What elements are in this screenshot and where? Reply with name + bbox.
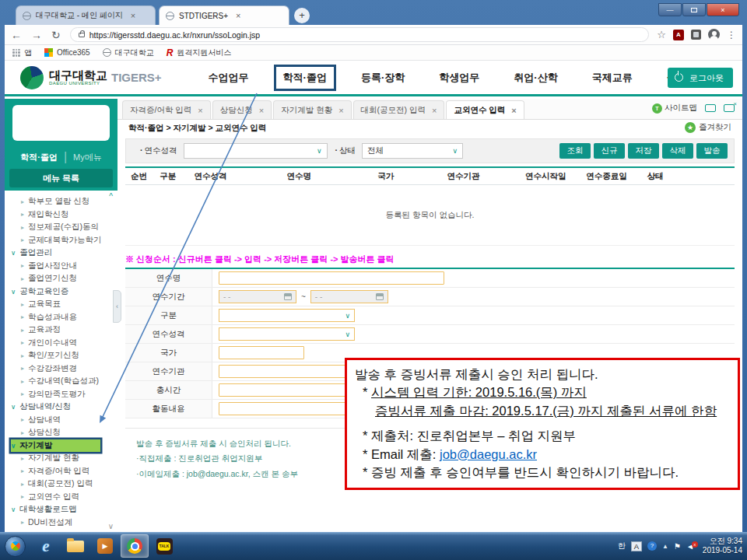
sidebar-item[interactable]: 수강강좌변경 [11, 362, 114, 376]
workspace-tab[interactable]: 교외연수 입력 × [446, 100, 524, 119]
taskbar-ie-button[interactable]: e [32, 534, 60, 558]
sidebar-item[interactable]: 자기계발 [11, 439, 100, 453]
address-bar[interactable]: https://tigersstd.daegu.ac.kr/nxrun/ssoL… [70, 27, 650, 42]
sidebar-item[interactable]: 재입학신청 [11, 208, 114, 222]
start-date-input[interactable]: - - [219, 290, 296, 303]
filter-status-select[interactable]: 전체∨ [362, 143, 463, 159]
refresh-button[interactable]: ↻ [51, 29, 61, 41]
sitemap-link[interactable]: T사이트맵 [652, 103, 697, 114]
training-name-input[interactable] [219, 271, 444, 285]
sidebar-item[interactable]: 졸업관리 [11, 247, 114, 260]
nav-item[interactable]: 학적·졸업 [274, 65, 336, 91]
back-button[interactable]: ← [11, 29, 22, 41]
tab-close-icon[interactable]: × [511, 106, 516, 115]
country-input[interactable] [219, 346, 304, 359]
bookmark-office365[interactable]: Office365 [44, 48, 90, 57]
bookmark-remote-support[interactable]: R 원격지원서비스 [167, 47, 232, 58]
show-hidden-icons[interactable]: ▲ [662, 543, 668, 550]
ime-korean-indicator[interactable]: 한 [618, 541, 626, 551]
extension-icon[interactable] [691, 30, 701, 40]
workspace-tab[interactable]: 자기계발 현황 × [273, 100, 351, 119]
profile-avatar-icon[interactable] [708, 29, 720, 40]
university-logo[interactable]: 대구대학교 DAEGU UNIVERSITY TIGERS+ [20, 66, 162, 89]
action-center-flag-icon[interactable]: ⚑ [674, 542, 681, 551]
menu-scroll-down-icon[interactable]: ∨ [108, 522, 114, 530]
workspace-tab[interactable]: 상담신청 × [212, 100, 272, 119]
sidebar-item[interactable]: 대회(공모전) 입력 [11, 478, 114, 491]
sidebar-item[interactable]: 학습성과내용 [11, 311, 114, 324]
sidebar-item[interactable]: 강의만족도평가 [11, 388, 114, 401]
sidebar-collapse-handle[interactable]: ‹ [113, 290, 121, 323]
volume-muted-icon[interactable]: ◄x [686, 542, 694, 551]
taskbar-clock[interactable]: 오전 9:34 2019-05-14 [703, 537, 742, 556]
sidebar-item[interactable]: DU비전설계 [11, 516, 114, 530]
sidebar-item[interactable]: 군제대복학가능학기 [11, 234, 114, 247]
toolbar-button[interactable]: 삭제 [662, 143, 693, 159]
toolbar-button[interactable]: 저장 [628, 143, 659, 159]
filter-nature-select[interactable]: ∨ [184, 143, 328, 159]
nav-item[interactable]: 학생업무 [439, 71, 479, 85]
tab-close-icon[interactable]: × [338, 106, 343, 115]
minimize-button[interactable]: — [658, 3, 682, 16]
close-button[interactable]: × [707, 3, 739, 16]
toolbar-button[interactable]: 신규 [594, 143, 625, 159]
category-select[interactable]: ∨ [219, 309, 355, 322]
taskbar-chrome-button[interactable] [121, 534, 149, 558]
taskbar-mediaplayer-button[interactable]: ▶ [91, 534, 119, 558]
workspace-tab[interactable]: 자격증/어학 입력 × [122, 100, 211, 119]
sidebar-item[interactable]: 자격증/어학 입력 [11, 465, 114, 478]
window-mode-icon[interactable] [705, 104, 716, 112]
sidebar-item[interactable]: 상담신청 [11, 426, 114, 439]
toolbar-button[interactable]: 조회 [559, 143, 591, 159]
url-text[interactable]: https://tigersstd.daegu.ac.kr/nxrun/ssoL… [89, 30, 260, 40]
browser-tab-1[interactable]: 대구대학교 - 메인 페이지 × [16, 5, 156, 25]
nav-item[interactable]: 등록·장학 [361, 71, 405, 85]
sidebar-tab-haejeok[interactable]: 학적·졸업 [20, 152, 58, 163]
browser-tab-2[interactable]: STDTIGERS+ × [159, 5, 289, 25]
nav-item[interactable]: 수업업무 [209, 71, 249, 85]
logout-button[interactable]: 로그아웃 [668, 68, 733, 88]
sidebar-item[interactable]: 개인이수내역 [11, 337, 114, 350]
bookmark-apps[interactable]: 앱 [12, 47, 32, 58]
taskbar-kakaotalk-button[interactable]: TALK [150, 534, 178, 558]
nav-item[interactable]: 취업·산학 [514, 71, 557, 85]
close-all-tabs-icon[interactable] [724, 104, 735, 112]
forward-button[interactable]: → [31, 29, 42, 41]
sidebar-item[interactable]: 교외연수 입력 [11, 491, 114, 504]
sidebar-item[interactable]: 교육목표 [11, 298, 114, 311]
bookmark-star-icon[interactable]: ☆ [657, 29, 666, 40]
sidebar-item[interactable]: 졸업연기신청 [11, 272, 114, 285]
toolbar-button[interactable]: 발송 [696, 143, 728, 159]
pdf-extension-icon[interactable]: A [673, 30, 684, 40]
tab-close-icon[interactable]: × [432, 106, 437, 115]
sidebar-item[interactable]: 확인/포기신청 [11, 349, 114, 362]
end-date-input[interactable]: - - [310, 290, 388, 303]
tab-close-icon[interactable]: × [236, 11, 240, 20]
sidebar-tab-mymenu[interactable]: My메뉴 [73, 152, 102, 163]
sidebar-item[interactable]: 상담내역 [11, 414, 114, 427]
menu-collapse-icon[interactable]: ^ [109, 192, 113, 201]
maximize-button[interactable] [682, 3, 706, 16]
add-favorite-link[interactable]: ★ 즐겨찾기 [685, 122, 731, 133]
sidebar-item[interactable]: 대학생활로드맵 [11, 503, 114, 516]
nature-select[interactable]: ∨ [219, 327, 355, 341]
tab-close-icon[interactable]: × [131, 11, 135, 20]
sidebar-item[interactable]: 수강내역(학습성과) [11, 375, 114, 388]
sidebar-item[interactable]: 졸업사정안내 [11, 260, 114, 273]
new-tab-button[interactable]: + [294, 8, 310, 23]
sidebar-item[interactable]: 공학교육인증 [11, 285, 114, 299]
bookmark-daegu-univ[interactable]: 대구대학교 [103, 47, 154, 58]
tab-close-icon[interactable]: × [198, 106, 202, 115]
sidebar-item[interactable]: 자기계발 현황 [11, 452, 114, 465]
sidebar-item[interactable]: 교육과정 [11, 324, 114, 337]
taskbar-explorer-button[interactable] [61, 534, 89, 558]
workspace-tab[interactable]: 대회(공모전) 입력 × [353, 100, 445, 119]
email-link[interactable]: job@daegu.ac.kr [440, 447, 537, 461]
ime-mode-indicator[interactable]: A [631, 541, 642, 551]
browser-menu-icon[interactable]: ⋮ [727, 30, 736, 40]
sidebar-item[interactable]: 학부모 열람 신청 [11, 195, 114, 208]
nav-item[interactable]: 국제교류 [592, 71, 633, 85]
sidebar-item[interactable]: 상담내역/신청 [11, 401, 114, 414]
help-tray-icon[interactable]: ? [647, 541, 657, 551]
tab-close-icon[interactable]: × [259, 106, 264, 115]
